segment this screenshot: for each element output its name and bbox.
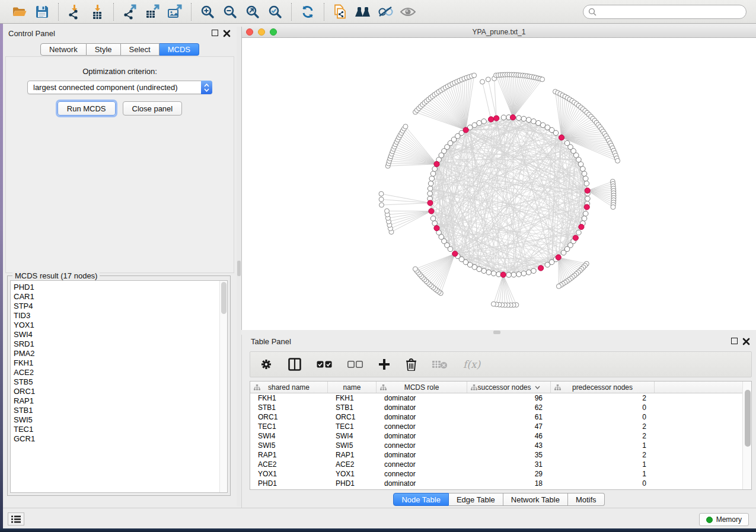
mcds-node[interactable] bbox=[579, 224, 584, 229]
close-panel-icon[interactable] bbox=[223, 30, 231, 37]
mcds-list-scrollbar[interactable] bbox=[219, 281, 227, 492]
network-node[interactable] bbox=[472, 123, 477, 128]
mcds-node[interactable] bbox=[463, 127, 468, 133]
memory-button[interactable]: Memory bbox=[699, 513, 749, 526]
import-table-button[interactable] bbox=[87, 3, 107, 21]
mcds-result-item[interactable]: STB1 bbox=[14, 406, 219, 415]
network-node[interactable] bbox=[583, 211, 588, 216]
network-node[interactable] bbox=[428, 191, 433, 196]
tab-edge-table[interactable]: Edge Table bbox=[449, 493, 503, 506]
horizontal-split-divider[interactable] bbox=[241, 330, 756, 335]
table-row[interactable]: SWI4SWI4dominator462 bbox=[250, 431, 742, 441]
mcds-result-item[interactable]: ACE2 bbox=[14, 368, 219, 377]
search-input[interactable] bbox=[599, 8, 741, 16]
network-node[interactable] bbox=[536, 120, 541, 126]
network-node[interactable] bbox=[521, 116, 527, 121]
tab-style[interactable]: Style bbox=[87, 43, 121, 56]
mcds-node[interactable] bbox=[434, 226, 439, 231]
leaf-node[interactable] bbox=[379, 203, 384, 207]
mcds-result-item[interactable]: ORC1 bbox=[14, 387, 219, 396]
network-node[interactable] bbox=[481, 268, 487, 274]
select-all-button[interactable] bbox=[317, 361, 332, 368]
leaf-node[interactable] bbox=[540, 77, 545, 82]
network-node[interactable] bbox=[545, 262, 550, 268]
scrollbar-thumb[interactable] bbox=[745, 390, 751, 447]
mcds-node[interactable] bbox=[429, 209, 434, 214]
tab-select[interactable]: Select bbox=[121, 43, 160, 56]
mcds-result-item[interactable]: YOX1 bbox=[14, 321, 219, 330]
leaf-node[interactable] bbox=[615, 158, 620, 163]
leaf-node[interactable] bbox=[486, 77, 490, 82]
mcds-node[interactable] bbox=[489, 117, 494, 122]
import-network-button[interactable] bbox=[65, 3, 85, 21]
leaf-node[interactable] bbox=[472, 73, 477, 78]
table-row[interactable]: RAP1RAP1dominator352 bbox=[250, 450, 742, 460]
search-field[interactable] bbox=[583, 5, 747, 19]
tab-node-table[interactable]: Node Table bbox=[393, 493, 449, 506]
mcds-result-item[interactable]: GCR1 bbox=[14, 434, 219, 444]
table-row[interactable]: FKH1FKH1dominator962 bbox=[250, 393, 742, 403]
zoom-selected-button[interactable] bbox=[265, 3, 285, 21]
mcds-node[interactable] bbox=[584, 204, 589, 210]
network-node[interactable] bbox=[526, 270, 531, 275]
network-node[interactable] bbox=[561, 250, 566, 255]
split-handle[interactable] bbox=[237, 261, 241, 276]
hide-selected-button[interactable] bbox=[375, 3, 395, 21]
table-row[interactable]: ACE2ACE2connector311 bbox=[250, 460, 742, 469]
mcds-result-item[interactable]: CAR1 bbox=[14, 292, 219, 302]
network-node[interactable] bbox=[582, 216, 587, 222]
mcds-node[interactable] bbox=[434, 161, 439, 166]
tab-motifs[interactable]: Motifs bbox=[568, 493, 605, 506]
network-node[interactable] bbox=[491, 271, 496, 276]
mcds-node[interactable] bbox=[585, 188, 590, 193]
table-row[interactable]: ORC1ORC1dominator610 bbox=[250, 412, 742, 422]
leaf-node[interactable] bbox=[379, 191, 384, 196]
mcds-node[interactable] bbox=[510, 115, 515, 120]
mcds-result-item[interactable]: RAP1 bbox=[14, 396, 219, 406]
mcds-node[interactable] bbox=[559, 135, 564, 140]
network-node[interactable] bbox=[516, 116, 522, 121]
network-node[interactable] bbox=[481, 119, 487, 124]
network-node[interactable] bbox=[486, 270, 492, 275]
save-session-button[interactable] bbox=[32, 3, 52, 21]
export-image-button[interactable] bbox=[165, 3, 185, 21]
open-file-button[interactable] bbox=[9, 3, 30, 21]
split-handle[interactable] bbox=[493, 331, 500, 334]
mcds-result-item[interactable]: PHD1 bbox=[14, 283, 219, 292]
float-panel-icon[interactable] bbox=[212, 30, 218, 36]
binoculars-button[interactable] bbox=[353, 3, 373, 21]
network-node[interactable] bbox=[580, 166, 586, 172]
zoom-fit-button[interactable] bbox=[243, 3, 263, 21]
network-window-titlebar[interactable]: YPA_prune.txt_1 bbox=[242, 27, 756, 38]
network-node[interactable] bbox=[428, 186, 433, 191]
table-row[interactable]: PHD1PHD1dominator180 bbox=[250, 479, 742, 488]
criterion-dropdown[interactable]: largest connected component (undirected) bbox=[27, 81, 212, 94]
leaf-node[interactable] bbox=[413, 267, 417, 271]
mcds-node[interactable] bbox=[428, 200, 433, 206]
network-node[interactable] bbox=[511, 272, 516, 277]
mcds-node[interactable] bbox=[573, 235, 578, 241]
network-node[interactable] bbox=[583, 176, 588, 181]
column-header-successor-nodes[interactable]: successor nodes bbox=[467, 382, 551, 393]
network-node[interactable] bbox=[501, 115, 506, 120]
table-row[interactable]: SWI5SWI5connector431 bbox=[250, 441, 742, 450]
leaf-node[interactable] bbox=[403, 124, 408, 129]
network-node[interactable] bbox=[506, 273, 512, 278]
mcds-result-item[interactable]: STP4 bbox=[14, 302, 219, 311]
leaf-node[interactable] bbox=[385, 209, 390, 213]
mcds-result-item[interactable]: FKH1 bbox=[14, 358, 219, 368]
network-node[interactable] bbox=[516, 272, 522, 277]
network-node[interactable] bbox=[585, 196, 591, 201]
mcds-node[interactable] bbox=[452, 251, 458, 257]
delete-column-button[interactable] bbox=[406, 358, 417, 371]
network-node[interactable] bbox=[526, 117, 531, 123]
leaf-node[interactable] bbox=[491, 302, 496, 306]
leaf-node[interactable] bbox=[379, 197, 384, 202]
float-panel-icon[interactable] bbox=[731, 338, 738, 344]
column-header-predecessor-nodes[interactable]: predecessor nodes bbox=[551, 382, 655, 393]
leaf-node[interactable] bbox=[480, 79, 485, 84]
tab-network[interactable]: Network bbox=[40, 43, 87, 56]
network-node[interactable] bbox=[429, 176, 435, 181]
network-canvas[interactable] bbox=[242, 38, 756, 330]
zoom-in-button[interactable] bbox=[197, 3, 218, 21]
